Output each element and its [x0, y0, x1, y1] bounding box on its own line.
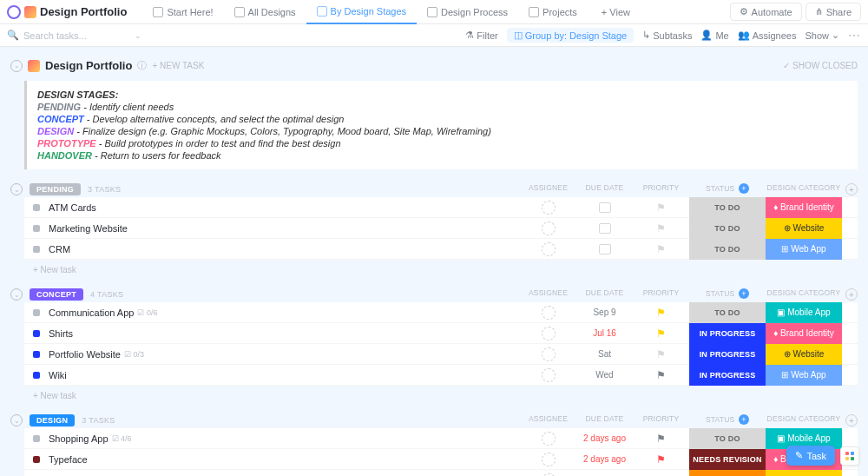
task-row[interactable]: Marketing Website⚑TO DO⊕ Website [24, 218, 858, 239]
status-square-icon[interactable] [33, 372, 40, 379]
task-row[interactable]: WikiWed⚑IN PROGRESS⊞ Web App [24, 365, 858, 386]
new-task-fab[interactable]: ✎ Task [786, 446, 835, 466]
collapse-all-icon[interactable]: ⌄ [10, 60, 23, 72]
priority-cell[interactable]: ⚑ [633, 449, 689, 470]
show-closed-button[interactable]: ✓ SHOW CLOSED [783, 61, 858, 70]
status-cell[interactable]: TO DO [689, 302, 766, 323]
priority-cell[interactable]: ⚑ [633, 344, 689, 365]
assignee-cell[interactable] [520, 302, 576, 323]
status-cell[interactable]: IN PROGRESS [689, 323, 766, 344]
priority-cell[interactable]: ⚑ [633, 470, 689, 477]
collapse-icon[interactable]: ⌄ [10, 288, 23, 301]
due-cell[interactable]: Sep 9 [576, 302, 633, 323]
collapse-icon[interactable]: ⌄ [10, 183, 23, 195]
status-square-icon[interactable] [33, 225, 40, 232]
status-square-icon[interactable] [33, 204, 40, 211]
plus-icon[interactable]: + [739, 183, 749, 194]
category-cell[interactable]: ♦ Brand Identity [766, 197, 842, 218]
new-task-button[interactable]: + New task [10, 260, 858, 274]
due-cell[interactable]: 2 days ago [576, 428, 633, 449]
priority-cell[interactable]: ⚑ [633, 428, 689, 449]
category-cell[interactable]: ♦ Brand Identity [766, 323, 842, 344]
assignee-cell[interactable] [520, 218, 576, 239]
assignee-cell[interactable] [520, 428, 576, 449]
tab-projects[interactable]: Projects [518, 0, 588, 24]
tab-start-here-[interactable]: Start Here! [142, 0, 223, 24]
category-cell[interactable]: ▣ Mobile App [766, 302, 842, 323]
status-pill[interactable]: DESIGN [30, 414, 75, 426]
due-cell[interactable]: Sat [576, 344, 633, 365]
status-square-icon[interactable] [33, 330, 40, 337]
priority-cell[interactable]: ⚑ [633, 239, 689, 260]
automate-button[interactable]: ⚙ Automate [730, 3, 802, 21]
new-task-button[interactable]: + NEW TASK [152, 61, 204, 70]
status-cell[interactable]: TO DO [689, 239, 766, 260]
task-row[interactable]: ATM Cards⚑TO DO♦ Brand Identity [24, 197, 858, 218]
priority-cell[interactable]: ⚑ [633, 218, 689, 239]
task-row[interactable]: Blog Website☑ 1/3Aug 17⚑INTERNAL REVIEW⊕… [24, 470, 858, 476]
assignee-cell[interactable] [520, 344, 576, 365]
status-cell[interactable]: IN PROGRESS [689, 365, 766, 386]
add-column-icon[interactable]: + [845, 183, 858, 195]
priority-cell[interactable]: ⚑ [633, 302, 689, 323]
calendar-icon[interactable] [599, 202, 611, 213]
collapse-icon[interactable]: ⌄ [10, 414, 23, 426]
assignee-cell[interactable] [520, 470, 576, 477]
new-task-button[interactable]: + New task [10, 386, 858, 400]
due-cell[interactable]: Wed [576, 365, 633, 386]
task-row[interactable]: Typeface2 days ago⚑NEEDS REVISION♦ Brand… [24, 449, 858, 470]
status-cell[interactable]: IN PROGRESS [689, 344, 766, 365]
priority-cell[interactable]: ⚑ [633, 197, 689, 218]
show-button[interactable]: Show ⌄ [805, 30, 839, 41]
info-icon[interactable]: ⓘ [137, 59, 147, 72]
apps-fab[interactable] [840, 446, 859, 466]
category-cell[interactable]: ⊞ Web App [766, 239, 842, 260]
task-row[interactable]: Communication App☑ 0/6Sep 9⚑TO DO▣ Mobil… [24, 302, 858, 323]
assignee-cell[interactable] [520, 449, 576, 470]
task-row[interactable]: Shopping App☑ 4/62 days ago⚑TO DO▣ Mobil… [24, 428, 858, 449]
assignees-button[interactable]: 👥 Assignees [738, 30, 797, 41]
task-row[interactable]: Portfolio Website☑ 0/3Sat⚑IN PROGRESS⊕ W… [24, 344, 858, 365]
me-button[interactable]: 👤 Me [700, 30, 728, 41]
tab-design-process[interactable]: Design Process [417, 0, 518, 24]
status-cell[interactable]: TO DO [689, 218, 766, 239]
status-cell[interactable]: INTERNAL REVIEW [689, 470, 766, 477]
priority-cell[interactable]: ⚑ [633, 365, 689, 386]
due-cell[interactable] [576, 239, 633, 260]
group-by-button[interactable]: ◫ Group by: Design Stage [507, 28, 634, 43]
status-pill[interactable]: CONCEPT [30, 288, 83, 301]
plus-icon[interactable]: + [739, 414, 749, 425]
subtasks-button[interactable]: ↳ Subtasks [642, 30, 692, 41]
add-column-icon[interactable]: + [845, 414, 858, 426]
tab-by-design-stages[interactable]: By Design Stages [306, 0, 417, 24]
status-pill[interactable]: PENDING [30, 183, 81, 195]
assignee-cell[interactable] [520, 239, 576, 260]
task-row[interactable]: CRM⚑TO DO⊞ Web App [24, 239, 858, 260]
priority-cell[interactable]: ⚑ [633, 323, 689, 344]
status-square-icon[interactable] [33, 456, 40, 463]
status-square-icon[interactable] [33, 351, 40, 358]
status-cell[interactable]: NEEDS REVISION [689, 449, 766, 470]
status-square-icon[interactable] [33, 246, 40, 253]
category-cell[interactable]: ⊕ Website [766, 218, 842, 239]
due-cell[interactable]: Jul 16 [576, 323, 633, 344]
category-cell[interactable]: ⊞ Web App [766, 365, 842, 386]
status-cell[interactable]: TO DO [689, 197, 766, 218]
filter-button[interactable]: ⚗ Filter [465, 30, 497, 41]
calendar-icon[interactable] [599, 223, 611, 234]
add-view-button[interactable]: + View [591, 0, 641, 24]
task-row[interactable]: ShirtsJul 16⚑IN PROGRESS♦ Brand Identity [24, 323, 858, 344]
assignee-cell[interactable] [520, 323, 576, 344]
due-cell[interactable]: Aug 17 [576, 470, 633, 477]
plus-icon[interactable]: + [739, 288, 749, 299]
calendar-icon[interactable] [599, 244, 611, 255]
status-square-icon[interactable] [33, 309, 40, 316]
chevron-down-icon[interactable]: ⌄ [135, 31, 141, 40]
category-cell[interactable]: ⊕ Website [766, 344, 842, 365]
share-button[interactable]: ⋔ Share [806, 3, 861, 21]
due-cell[interactable] [576, 197, 633, 218]
assignee-cell[interactable] [520, 365, 576, 386]
search-input[interactable]: 🔍 Search tasks...⌄ [7, 30, 141, 41]
status-cell[interactable]: TO DO [689, 428, 766, 449]
more-icon[interactable]: ⋯ [848, 29, 861, 43]
